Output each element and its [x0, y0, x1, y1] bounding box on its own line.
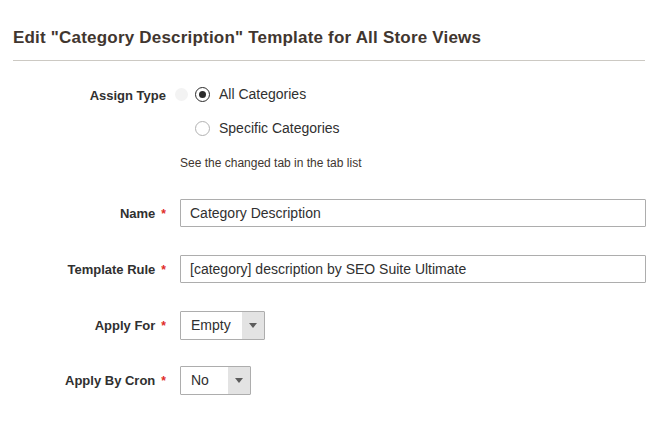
- radio-option-all-categories[interactable]: All Categories: [180, 87, 361, 102]
- title-divider: [13, 60, 645, 61]
- assign-type-note: See the changed tab in the tab list: [180, 156, 361, 170]
- apply-by-cron-select[interactable]: No: [180, 366, 251, 395]
- required-asterisk: *: [161, 263, 166, 277]
- required-asterisk: *: [161, 207, 166, 221]
- name-label-cell: Name*: [13, 199, 166, 221]
- radio-all-categories[interactable]: [195, 87, 210, 102]
- template-rule-label-cell: Template Rule*: [13, 255, 166, 277]
- apply-for-row: Apply For* Empty: [13, 311, 645, 340]
- apply-for-label: Apply For: [95, 318, 156, 333]
- edit-template-page: Edit "Category Description" Template for…: [0, 0, 658, 395]
- template-rule-field: [180, 255, 646, 283]
- apply-by-cron-row: Apply By Cron* No: [13, 366, 645, 395]
- template-rule-row: Template Rule*: [13, 255, 645, 283]
- assign-type-field: All Categories Specific Categories See t…: [180, 87, 361, 199]
- apply-by-cron-field: No: [180, 366, 251, 395]
- assign-type-label-cell: Assign Type: [13, 87, 166, 103]
- page-title: Edit "Category Description" Template for…: [13, 28, 645, 48]
- name-field: [180, 199, 646, 227]
- radio-specific-categories[interactable]: [195, 121, 210, 136]
- assign-type-label: Assign Type: [90, 88, 166, 103]
- ghost-radio: [175, 88, 188, 101]
- radio-all-categories-label[interactable]: All Categories: [219, 87, 306, 102]
- chevron-down-icon: [235, 378, 243, 383]
- radio-specific-categories-label[interactable]: Specific Categories: [219, 121, 340, 136]
- required-asterisk: *: [161, 319, 166, 333]
- name-label: Name: [120, 206, 155, 221]
- apply-for-field: Empty: [180, 311, 265, 340]
- template-rule-label: Template Rule: [67, 262, 155, 277]
- apply-for-select[interactable]: Empty: [180, 311, 265, 340]
- assign-type-row: Assign Type All Categories Specific Cate…: [13, 87, 645, 199]
- required-asterisk: *: [161, 374, 166, 388]
- template-form: Assign Type All Categories Specific Cate…: [13, 87, 645, 395]
- chevron-down-icon: [249, 323, 257, 328]
- apply-for-selected-value: Empty: [181, 312, 242, 339]
- apply-by-cron-selected-value: No: [181, 367, 228, 394]
- apply-by-cron-label: Apply By Cron: [65, 373, 155, 388]
- apply-for-label-cell: Apply For*: [13, 311, 166, 333]
- name-row: Name*: [13, 199, 645, 227]
- radio-option-specific-categories[interactable]: Specific Categories: [180, 121, 361, 136]
- apply-for-dropdown-button[interactable]: [242, 312, 264, 339]
- name-input[interactable]: [180, 199, 646, 227]
- apply-by-cron-label-cell: Apply By Cron*: [13, 366, 166, 388]
- apply-by-cron-dropdown-button[interactable]: [228, 367, 250, 394]
- template-rule-input[interactable]: [180, 255, 646, 283]
